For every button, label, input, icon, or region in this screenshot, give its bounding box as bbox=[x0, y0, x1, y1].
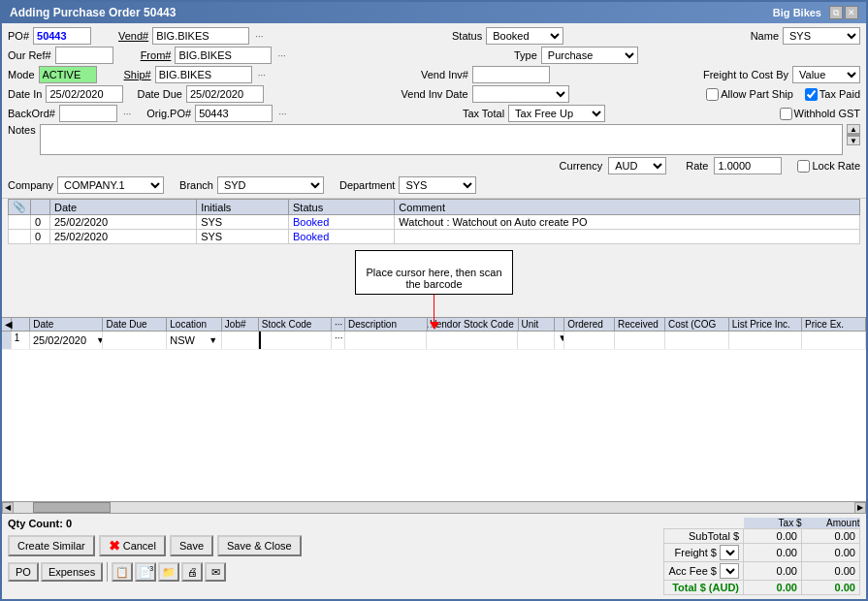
ship-dots[interactable]: ··· bbox=[256, 70, 268, 80]
from-label[interactable]: From# bbox=[141, 49, 172, 61]
grid-cell-stock-dots-1[interactable]: ··· bbox=[332, 332, 345, 349]
qty-count: Qty Count: 0 bbox=[8, 518, 302, 529]
notes-textarea[interactable] bbox=[40, 124, 843, 155]
tax-total-select[interactable]: Tax Free Up bbox=[508, 105, 605, 122]
grid-location-dropdown[interactable]: ▼ bbox=[209, 335, 217, 345]
grid-desc-input[interactable] bbox=[348, 332, 424, 348]
name-select[interactable]: SYS bbox=[783, 27, 860, 45]
company-row: Company COMPANY.1 Branch SYD Department … bbox=[8, 176, 860, 194]
scroll-up-btn[interactable]: ▲ bbox=[847, 124, 860, 134]
rate-input[interactable] bbox=[714, 157, 782, 174]
log-cell-comment-1: Watchout : Watchout on Auto create PO bbox=[395, 215, 860, 230]
po-input[interactable]: 50443 bbox=[33, 27, 91, 45]
grid-ordered-input[interactable] bbox=[567, 332, 611, 348]
restore-button[interactable]: ⧉ bbox=[829, 6, 843, 19]
withhold-gst-checkbox[interactable] bbox=[780, 108, 792, 120]
title-bar: Adding Purchase Order 50443 Big Bikes ⧉ … bbox=[2, 2, 866, 23]
horizontal-scrollbar[interactable]: ◀ ▶ bbox=[2, 501, 866, 513]
backord-input[interactable] bbox=[59, 105, 117, 122]
lock-rate-checkbox[interactable] bbox=[797, 160, 810, 173]
grid-cell-ordered-1 bbox=[564, 332, 615, 349]
tax-paid-checkbox[interactable] bbox=[805, 88, 818, 101]
save-close-button[interactable]: Save & Close bbox=[217, 535, 302, 556]
mode-input[interactable] bbox=[39, 66, 97, 83]
vend-inv-input[interactable] bbox=[472, 66, 550, 83]
acc-fee-amount: 0.00 bbox=[802, 562, 860, 581]
freight-select[interactable]: Value bbox=[792, 66, 860, 83]
title-bar-right: Big Bikes ⧉ ✕ bbox=[773, 6, 858, 19]
save-button[interactable]: Save bbox=[170, 535, 213, 556]
grid-cell-vendor-stock-1 bbox=[427, 332, 518, 349]
create-similar-button[interactable]: Create Similar bbox=[8, 535, 95, 556]
grid-list-price-input[interactable] bbox=[732, 332, 798, 348]
subtotal-amount: 0.00 bbox=[802, 529, 860, 544]
vend-label[interactable]: Vend# bbox=[118, 30, 148, 42]
tab-expenses-button[interactable]: Expenses bbox=[41, 562, 103, 582]
grid-date-dropdown[interactable]: ▼ bbox=[96, 335, 103, 345]
barcode-tooltip-area: Place cursor here, then scan the barcode… bbox=[2, 244, 866, 317]
totals-empty-header bbox=[664, 518, 744, 529]
hscroll-thumb[interactable] bbox=[33, 502, 111, 513]
attach-icon-button[interactable]: 📁 bbox=[158, 562, 179, 582]
grid-vendor-stock-input[interactable] bbox=[430, 332, 514, 348]
grid-cell-price-ex-1 bbox=[802, 332, 866, 349]
branch-select[interactable]: SYD bbox=[217, 176, 324, 194]
from-input[interactable] bbox=[175, 47, 272, 64]
currency-select[interactable]: AUD bbox=[608, 157, 666, 174]
currency-row: Currency AUD Rate Lock Rate bbox=[8, 157, 860, 174]
tooltip-text: Place cursor here, then scan the barcode bbox=[366, 267, 501, 290]
notes-icon-button[interactable]: 📋 bbox=[112, 562, 133, 582]
grid-unit-input[interactable] bbox=[521, 332, 551, 348]
log-table: 📎 Date Initials Status Comment 0 25/02/2… bbox=[8, 199, 860, 244]
email-icon-button[interactable]: ✉ bbox=[205, 562, 226, 582]
type-select[interactable]: Purchase bbox=[541, 47, 638, 64]
ship-input[interactable] bbox=[155, 66, 252, 83]
orig-po-input[interactable] bbox=[195, 105, 273, 122]
log-col-date: Date bbox=[50, 200, 197, 215]
tab-po-button[interactable]: PO bbox=[8, 562, 39, 582]
department-select[interactable]: SYS bbox=[399, 176, 476, 194]
allow-part-ship-checkbox[interactable] bbox=[706, 88, 719, 101]
ship-label[interactable]: Ship# bbox=[124, 69, 151, 80]
vend-inv-date-select[interactable] bbox=[472, 85, 569, 103]
hscroll-track[interactable] bbox=[14, 502, 854, 513]
form-row-5: BackOrd# ··· Orig.PO# ··· Tax Total Tax … bbox=[8, 105, 860, 122]
total-row: Total $ (AUD) 0.00 0.00 bbox=[664, 581, 860, 595]
grid-location-input[interactable] bbox=[170, 332, 209, 348]
grid-date-due-input[interactable] bbox=[106, 332, 163, 348]
date-in-input[interactable] bbox=[46, 85, 123, 103]
log-cell-date-1: 25/02/2020 bbox=[50, 215, 197, 230]
grid-row-1: 1 ▼ ▼ ··· bbox=[2, 332, 866, 350]
date-due-input[interactable] bbox=[186, 85, 264, 103]
copy-icon-button[interactable]: 📄3 bbox=[135, 562, 156, 582]
acc-fee-type-select[interactable]: ▼ bbox=[720, 563, 739, 579]
vend-input[interactable] bbox=[152, 27, 249, 45]
grid-date-input[interactable] bbox=[33, 332, 96, 348]
grid-cost-input[interactable] bbox=[668, 332, 725, 348]
grid-cell-desc-1 bbox=[345, 332, 428, 349]
our-ref-input[interactable] bbox=[55, 47, 113, 64]
company-select[interactable]: COMPANY.1 bbox=[57, 176, 164, 194]
freight-type-select[interactable]: ▼ bbox=[720, 545, 739, 560]
status-label: Status bbox=[452, 30, 482, 42]
grid-job-input[interactable] bbox=[225, 332, 255, 348]
print-icon-button[interactable]: 🖨 bbox=[181, 562, 203, 582]
cancel-x-icon: ✖ bbox=[109, 538, 120, 554]
scroll-down-btn[interactable]: ▼ bbox=[847, 136, 860, 145]
grid-cell-unit-dropdown-1[interactable]: ▼ bbox=[555, 332, 564, 349]
freight-row-label: Freight $ ▼ bbox=[664, 544, 744, 562]
grid-price-ex-input[interactable] bbox=[805, 332, 862, 348]
cancel-button[interactable]: ✖ Cancel bbox=[99, 535, 166, 556]
freight-row: Freight $ ▼ 0.00 0.00 bbox=[664, 544, 860, 562]
hscroll-right-btn[interactable]: ▶ bbox=[854, 502, 866, 514]
status-select[interactable]: Booked bbox=[486, 27, 563, 45]
grid-received-input[interactable] bbox=[618, 332, 661, 348]
hscroll-left-btn[interactable]: ◀ bbox=[2, 502, 14, 514]
notes-scrollbar: ▲ ▼ bbox=[847, 124, 860, 145]
grid-cell-date-1: ▼ bbox=[30, 332, 103, 349]
from-dots[interactable]: ··· bbox=[275, 50, 287, 61]
vend-dots[interactable]: ··· bbox=[253, 31, 265, 42]
grid-stock-input[interactable] bbox=[264, 332, 328, 348]
log-cell-comment-2 bbox=[395, 230, 860, 244]
close-button[interactable]: ✕ bbox=[845, 6, 858, 19]
